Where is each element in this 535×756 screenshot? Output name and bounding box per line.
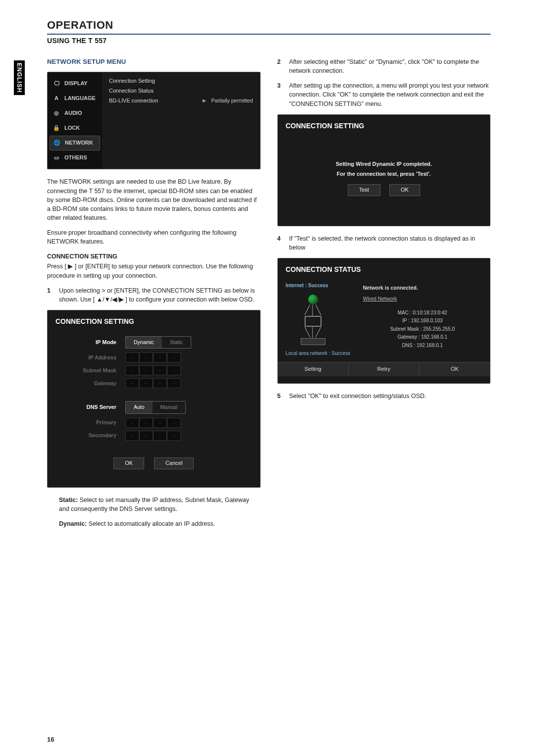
pc-icon [305,316,321,327]
body-text: Ensure proper broadband connectivity whe… [47,228,261,246]
ip-address-field[interactable]: ---- [125,353,181,362]
status-label: Internet : Success [286,282,355,290]
language-icon: A [53,95,60,102]
step-text: If "Test" is selected, the network conne… [289,234,491,252]
menu-label: LANGUAGE [64,95,96,102]
menu-label: OTHERS [64,154,87,162]
network-diagram-icon: ╱│╲ ╲│╱ [286,293,340,347]
step-1: 1 Upon selecting > or [ENTER], the CONNE… [47,286,261,304]
osd-title: CONNECTION SETTING [278,115,490,136]
step-number: 2 [277,57,284,75]
definition: Select to automatically allocate an IP a… [87,520,215,527]
osd-network-menu: 🖵DISPLAY ALANGUAGE ◎AUDIO 🔒LOCK 🌐NETWORK… [47,72,261,170]
page-number: 16 [47,736,54,743]
field-label: Gateway [59,380,116,388]
prompt-message: Setting Wired Dynamic IP completed. [322,160,446,168]
lock-icon: 🔒 [53,125,60,132]
pane-value: Partially permitted [211,97,253,104]
ip-mode-toggle[interactable]: DynamicStatic [125,336,191,349]
prompt-message: For the connection test, press 'Test'. [322,170,446,178]
step-2: 2 After selecting either "Static" or "Dy… [277,57,491,75]
router-icon [301,338,325,345]
status-kv: MAC : 0:10:18:23:0:42 [363,309,482,317]
definition: Select to set manually the IP address, S… [59,497,249,512]
pane-row[interactable]: Connection Setting [109,77,253,85]
status-kv: Subnet Mask : 255.255.255.0 [363,326,482,333]
body-text: Press [ ▶ ] or [ENTER] to setup your net… [47,262,261,280]
field-label: Secondary [59,432,116,440]
step-5: 5 Select "OK" to exit connection setting… [277,392,491,401]
retry-button[interactable]: Retry [348,362,419,376]
ok-button[interactable]: OK [389,184,420,196]
menu-item-network[interactable]: 🌐NETWORK [50,136,100,151]
step-text: After setting up the connection, a menu … [289,81,491,108]
term: Static: [59,497,78,504]
globe-icon [308,295,318,304]
chevron-right-icon: ▶ [203,98,206,104]
right-column: 2 After selecting either "Static" or "Dy… [277,57,491,534]
menu-label: NETWORK [65,139,93,147]
step-number: 5 [277,392,284,401]
gateway-field[interactable]: ---- [125,378,181,388]
step-number: 4 [277,234,284,252]
left-column: NETWORK SETUP MENU 🖵DISPLAY ALANGUAGE ◎A… [47,57,261,534]
osd-title: CONNECTION STATUS [278,258,490,279]
toggle-option[interactable]: Auto [126,402,153,413]
toggle-option[interactable]: Manual [153,402,185,413]
status-kv: IP : 192.168.0.103 [363,317,482,325]
step-text: Select "OK" to exit connection setting/s… [289,392,491,401]
ok-button[interactable]: OK [113,457,144,469]
osd-connection-status: CONNECTION STATUS Internet : Success ╱│╲… [277,258,491,384]
audio-icon: ◎ [53,110,60,117]
field-label: IP Address [59,354,116,362]
status-heading: Network is connected. [363,284,482,292]
menu-label: LOCK [64,124,80,132]
field-label: Primary [59,419,116,427]
field-label: DNS Server [59,403,116,411]
status-kv: Gateway : 192.168.0.1 [363,334,482,341]
term: Dynamic: [59,520,87,527]
field-label: IP Mode [59,339,116,347]
cancel-button[interactable]: Cancel [154,457,194,469]
status-subheading: Wired Network [363,295,482,302]
body-text: Dynamic: Select to automatically allocat… [59,519,261,528]
menu-item-others[interactable]: ▭OTHERS [48,151,102,165]
menu-item-language[interactable]: ALANGUAGE [48,91,102,106]
step-number: 3 [277,81,284,108]
status-label: Local area network : Success [286,350,355,357]
test-button[interactable]: Test [348,184,380,196]
menu-label: AUDIO [64,109,82,117]
menu-item-lock[interactable]: 🔒LOCK [48,121,102,136]
pane-row[interactable]: Connection Status [109,87,253,95]
toggle-option[interactable]: Dynamic [126,337,162,348]
page-subtitle: USING THE T 557 [47,37,490,45]
subnet-field[interactable]: ---- [125,365,181,375]
field-label: Subnet Mask [59,367,116,375]
step-4: 4 If "Test" is selected, the network con… [277,234,491,252]
section-heading: NETWORK SETUP MENU [47,57,261,67]
body-text: The NETWORK settings are needed to use t… [47,177,261,222]
osd-connection-setting: CONNECTION SETTING IP Mode DynamicStatic… [47,310,261,488]
dns-secondary-field[interactable]: ---- [125,431,181,441]
pane-row[interactable]: BD-LIVE connection [109,97,198,105]
step-number: 1 [47,286,54,304]
menu-label: DISPLAY [64,80,88,88]
dns-mode-toggle[interactable]: AutoManual [125,401,186,413]
display-icon: 🖵 [53,80,60,87]
setting-button[interactable]: Setting [278,362,348,376]
ok-button[interactable]: OK [419,362,490,376]
toggle-option[interactable]: Static [162,337,191,348]
step-text: Upon selecting > or [ENTER], the CONNECT… [59,286,261,304]
step-text: After selecting either "Static" or "Dyna… [289,57,491,75]
status-kv: DNS : 192.168.0.1 [363,342,482,350]
step-3: 3 After setting up the connection, a men… [277,81,491,108]
osd-title: CONNECTION SETTING [48,310,260,331]
subsection-heading: CONNECTION SETTING [47,252,261,261]
page-title: OPERATION [47,19,490,35]
language-side-tab: ENGLISH [14,60,25,95]
network-icon: 🌐 [53,140,61,147]
body-text: Static: Select to set manually the IP ad… [59,496,261,513]
menu-item-audio[interactable]: ◎AUDIO [48,106,102,121]
menu-item-display[interactable]: 🖵DISPLAY [48,76,102,91]
dns-primary-field[interactable]: ---- [125,418,181,428]
